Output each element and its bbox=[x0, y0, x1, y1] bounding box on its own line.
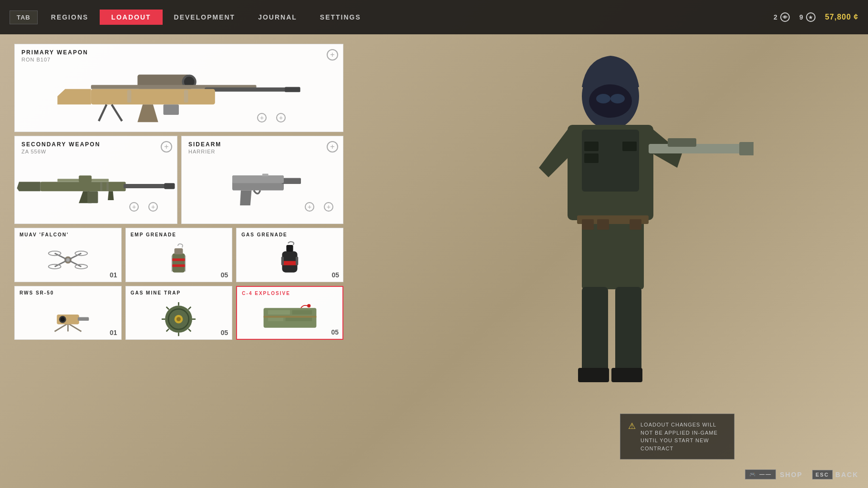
gear-gas-grenade[interactable]: GAS GRENADE bbox=[236, 228, 343, 282]
svg-rect-8 bbox=[164, 104, 179, 115]
gear-muav-falcon[interactable]: MUAV 'FALCON' bbox=[14, 228, 122, 282]
svg-point-32 bbox=[75, 264, 87, 269]
secondary-weapon-card[interactable]: SECONDARY WEAPON ZA 556W + bbox=[14, 136, 177, 224]
svg-rect-34 bbox=[173, 254, 186, 273]
svg-rect-78 bbox=[584, 153, 599, 163]
svg-rect-85 bbox=[615, 287, 641, 373]
gear-rws-label: RWS SR-50 bbox=[15, 286, 121, 296]
gear-emp-grenade[interactable]: EMP GRENADE bbox=[125, 228, 233, 282]
primary-weapon-card[interactable]: PRIMARY WEAPON RON B107 + bbox=[14, 44, 343, 132]
sidearm-label: SIDEARM bbox=[182, 136, 343, 149]
gear-mine-label: GAS MINE TRAP bbox=[126, 286, 232, 296]
character-svg bbox=[467, 49, 754, 454]
sidearm-card[interactable]: SIDEARM HARRIER + bbox=[181, 136, 343, 224]
svg-rect-4 bbox=[205, 88, 287, 92]
shop-label: SHOP bbox=[780, 471, 803, 478]
emp-grenade-svg bbox=[165, 241, 192, 279]
svg-rect-90 bbox=[597, 219, 609, 230]
secondary-row: SECONDARY WEAPON ZA 556W + bbox=[14, 136, 343, 224]
svg-rect-43 bbox=[281, 257, 284, 265]
secondary-attach-btn[interactable]: + bbox=[129, 202, 139, 212]
svg-rect-44 bbox=[296, 257, 298, 265]
stat2-value: 9 bbox=[799, 13, 803, 21]
sidearm-attach-btn[interactable]: + bbox=[305, 202, 314, 212]
svg-point-29 bbox=[48, 251, 61, 255]
secondary-add-button[interactable]: + bbox=[161, 141, 172, 152]
secondary-weapon-name: ZA 556W bbox=[15, 149, 177, 157]
svg-line-56 bbox=[188, 307, 191, 309]
stat1-value: 2 bbox=[774, 13, 777, 21]
primary-add-button[interactable]: + bbox=[327, 49, 338, 61]
svg-rect-77 bbox=[584, 142, 599, 151]
nav-settings[interactable]: SETTINGS bbox=[309, 10, 372, 25]
gear-mine-trap[interactable]: GAS MINE TRAP bbox=[125, 286, 233, 340]
sidearm-attach-btn2[interactable]: + bbox=[324, 202, 333, 212]
svg-rect-35 bbox=[175, 248, 183, 254]
secondary-attach-btn2[interactable]: + bbox=[148, 202, 158, 212]
tab-button[interactable]: TAB bbox=[10, 10, 38, 24]
gear-mine-count: 05 bbox=[221, 329, 228, 336]
svg-rect-91 bbox=[630, 219, 641, 230]
svg-rect-14 bbox=[87, 191, 98, 203]
gear-rws[interactable]: RWS SR-50 bbox=[14, 286, 122, 340]
svg-line-6 bbox=[99, 104, 106, 121]
svg-rect-81 bbox=[739, 142, 754, 155]
nav-journal[interactable]: JOURNAL bbox=[247, 10, 309, 25]
gear-emp-count: 05 bbox=[221, 271, 228, 279]
svg-rect-69 bbox=[263, 316, 316, 318]
nav-loadout[interactable]: LOADOUT bbox=[100, 10, 162, 25]
warning-box: ⚠ LOADOUT CHANGES WILL NOT BE APPLIED IN… bbox=[620, 414, 734, 459]
svg-line-62 bbox=[166, 307, 169, 309]
right-panel: ⚠ LOADOUT CHANGES WILL NOT BE APPLIED IN… bbox=[353, 34, 868, 488]
gear-rws-count: 01 bbox=[110, 329, 117, 336]
svg-point-51 bbox=[60, 317, 64, 321]
gear-muav-count: 01 bbox=[110, 271, 117, 279]
svg-line-25 bbox=[54, 253, 68, 260]
svg-line-58 bbox=[188, 329, 191, 331]
back-button[interactable]: ESC BACK bbox=[812, 470, 858, 479]
primary-weapon-svg bbox=[45, 65, 312, 127]
bottom-buttons: 🎮 —— SHOP ESC BACK bbox=[745, 469, 858, 479]
attachment-btn-1[interactable]: + bbox=[257, 113, 267, 122]
svg-rect-22 bbox=[232, 175, 284, 183]
gear-gas-label: GAS GRENADE bbox=[237, 228, 343, 238]
rws-svg bbox=[45, 301, 91, 335]
primary-weapon-name: RON B107 bbox=[15, 57, 343, 65]
main-content: PRIMARY WEAPON RON B107 + bbox=[0, 34, 868, 488]
svg-line-27 bbox=[54, 260, 68, 266]
svg-rect-38 bbox=[172, 255, 173, 272]
svg-rect-5 bbox=[91, 89, 215, 105]
svg-point-31 bbox=[48, 264, 61, 269]
stat-star: 9 ★ bbox=[799, 12, 816, 22]
svg-rect-39 bbox=[185, 255, 186, 272]
svg-line-60 bbox=[166, 329, 169, 331]
gear-c4-label: C-4 EXPLOSIVE bbox=[237, 287, 342, 297]
sidearm-add-button[interactable]: + bbox=[327, 141, 338, 152]
secondary-weapon-image: + + bbox=[15, 157, 177, 219]
sidearm-svg bbox=[219, 162, 305, 214]
svg-point-73 bbox=[596, 94, 610, 103]
shop-button[interactable]: 🎮 —— SHOP bbox=[745, 469, 803, 479]
gear-c4[interactable]: C-4 EXPLOSIVE bbox=[236, 286, 343, 340]
esc-key: ESC bbox=[812, 470, 833, 479]
nav-regions[interactable]: REGIONS bbox=[40, 10, 100, 25]
svg-rect-37 bbox=[173, 264, 186, 267]
svg-rect-67 bbox=[268, 317, 283, 321]
gear-gas-image bbox=[237, 238, 343, 282]
attachment-btn-2[interactable]: + bbox=[276, 113, 286, 122]
svg-rect-42 bbox=[287, 245, 293, 252]
svg-rect-87 bbox=[611, 368, 642, 382]
nav-development[interactable]: DEVELOPMENT bbox=[163, 10, 247, 25]
gas-grenade-svg bbox=[277, 241, 303, 279]
svg-rect-17 bbox=[164, 183, 175, 189]
drone-svg bbox=[45, 244, 91, 275]
svg-rect-12 bbox=[41, 182, 126, 192]
svg-line-7 bbox=[112, 104, 122, 121]
svg-rect-79 bbox=[622, 142, 637, 151]
gear-emp-image bbox=[126, 238, 232, 282]
warning-icon: ⚠ bbox=[628, 421, 636, 431]
svg-line-45 bbox=[54, 323, 68, 331]
gear-muav-image bbox=[15, 238, 121, 282]
nav-stats: 2 👁 9 ★ 57,800 ¢ bbox=[774, 12, 858, 22]
gear-grid: MUAV 'FALCON' bbox=[14, 228, 343, 340]
